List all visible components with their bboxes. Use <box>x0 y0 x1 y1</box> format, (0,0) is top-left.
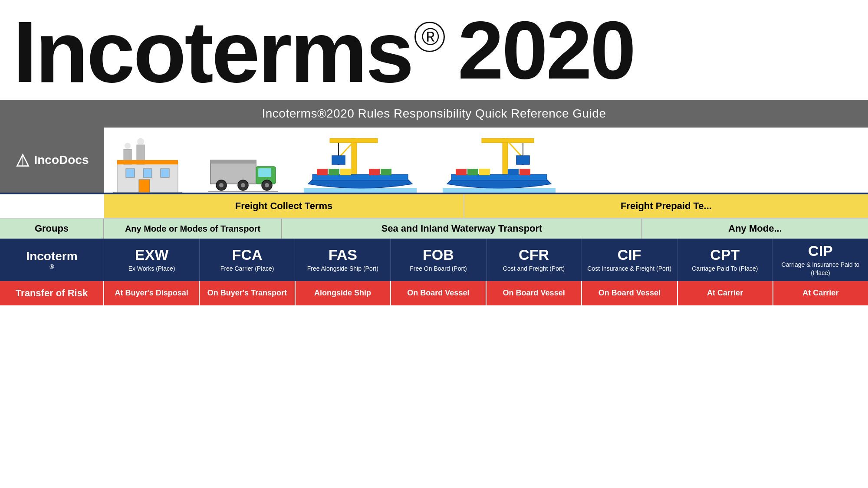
svg-rect-50 <box>519 169 530 175</box>
svg-rect-47 <box>467 169 478 175</box>
risk-label: Transfer of Risk <box>0 281 104 305</box>
incoterm-registered: ® <box>49 263 54 270</box>
svg-rect-36 <box>381 169 391 175</box>
svg-point-20 <box>241 183 245 187</box>
svg-rect-35 <box>369 169 380 175</box>
svg-rect-24 <box>352 138 357 177</box>
incoterm-code-cip: CIP <box>808 243 833 259</box>
svg-rect-29 <box>332 156 345 164</box>
groups-label: Groups <box>0 219 104 239</box>
subtitle-bar: Incoterms®2020 Rules Responsibility Quic… <box>0 100 868 128</box>
groups-row: Groups Any Mode or Modes of Transport Se… <box>0 219 868 239</box>
svg-point-18 <box>219 183 224 187</box>
freight-prepaid-bar: Freight Prepaid Te... <box>464 194 868 218</box>
svg-rect-43 <box>516 156 529 164</box>
risk-col-cpt: At Carrier <box>678 281 773 305</box>
incoterm-desc-exw: Ex Works (Place) <box>128 265 175 272</box>
incoterm-desc-fob: Free On Board (Port) <box>410 265 467 272</box>
incoterm-code-exw: EXW <box>135 247 168 263</box>
incoterm-code-fob: FOB <box>423 247 454 263</box>
incoterm-desc-cpt: Carriage Paid To (Place) <box>692 265 758 272</box>
incoterm-desc-fas: Free Alongside Ship (Port) <box>307 265 378 272</box>
incoterms-title-text: Incoterms <box>13 9 412 95</box>
svg-point-6 <box>137 138 144 145</box>
ship-crane-left-icon <box>304 136 417 193</box>
incoterm-desc-fca: Free Carrier (Place) <box>220 265 274 272</box>
svg-rect-16 <box>258 168 271 177</box>
incoterm-code-cpt: CPT <box>710 247 740 263</box>
logo-text-label: IncoDocs <box>34 153 89 167</box>
incoterm-desc-cif: Cost Insurance & Freight (Port) <box>587 265 671 272</box>
incoterm-col-fca: FCA Free Carrier (Place) <box>200 239 295 281</box>
svg-rect-51 <box>443 188 556 193</box>
incoterm-desc-cip: Carriage & Insurance Paid to (Place) <box>775 261 866 276</box>
truck-icon <box>208 136 278 193</box>
title-section: Incoterms® 2020 <box>0 0 868 100</box>
risk-row: Transfer of Risk At Buyer's Disposal On … <box>0 281 868 305</box>
freight-collect-bar: Freight Collect Terms <box>104 194 464 218</box>
svg-rect-13 <box>210 160 256 184</box>
incoterm-col-cfr: CFR Cost and Freight (Port) <box>487 239 582 281</box>
registered-mark: ® <box>414 22 445 52</box>
ship-crane-right-icon <box>443 136 556 193</box>
incoterm-col-cif: CIF Cost Insurance & Freight (Port) <box>582 239 677 281</box>
incoterm-code-fas: FAS <box>329 247 357 263</box>
incoterm-col-exw: EXW Ex Works (Place) <box>104 239 200 281</box>
groups-sea-inland: Sea and Inland Waterway Transport <box>282 219 642 239</box>
incoterm-label-text: Incoterm <box>26 249 77 263</box>
svg-point-22 <box>265 183 269 187</box>
svg-rect-10 <box>139 180 150 193</box>
svg-rect-33 <box>329 169 339 175</box>
svg-rect-11 <box>117 160 178 164</box>
svg-point-5 <box>125 143 131 149</box>
svg-rect-38 <box>503 138 508 177</box>
risk-col-exw: At Buyer's Disposal <box>104 281 200 305</box>
illustration-area <box>104 128 868 193</box>
svg-rect-37 <box>304 188 417 193</box>
svg-rect-14 <box>210 160 256 164</box>
incoterm-col-fas: FAS Free Alongside Ship (Port) <box>295 239 391 281</box>
incoterm-desc-cfr: Cost and Freight (Port) <box>503 265 565 272</box>
svg-rect-31 <box>312 174 408 180</box>
risk-col-cfr: On Board Vessel <box>487 281 582 305</box>
groups-any-mode-right: Any Mode... <box>642 219 868 239</box>
incoterm-code-cfr: CFR <box>519 247 549 263</box>
svg-rect-49 <box>508 169 519 175</box>
incoterm-col-cpt: CPT Carriage Paid To (Place) <box>677 239 773 281</box>
incoterm-label: Incoterm® <box>0 239 104 281</box>
groups-any-mode-left: Any Mode or Modes of Transport <box>104 219 282 239</box>
svg-rect-46 <box>456 169 467 175</box>
svg-rect-32 <box>317 169 328 175</box>
risk-col-fca: On Buyer's Transport <box>200 281 295 305</box>
risk-col-cip: At Carrier <box>773 281 868 305</box>
incoterm-code-cif: CIF <box>618 247 641 263</box>
incoterm-row: Incoterm® EXW Ex Works (Place) FCA Free … <box>0 239 868 281</box>
freight-spacer <box>0 194 104 218</box>
svg-rect-9 <box>161 169 169 177</box>
incoterm-col-fob: FOB Free On Board (Port) <box>391 239 486 281</box>
svg-rect-7 <box>126 169 135 177</box>
risk-col-fob: On Board Vessel <box>391 281 487 305</box>
svg-rect-34 <box>340 169 351 175</box>
main-title: Incoterms® 2020 <box>13 9 855 95</box>
incodocs-icon <box>15 153 30 168</box>
risk-col-cif: On Board Vessel <box>582 281 677 305</box>
incoterm-code-fca: FCA <box>232 247 263 263</box>
logo-illustration-row: IncoDocs <box>0 128 868 194</box>
factory-icon <box>113 136 182 193</box>
year-title-text: 2020 <box>458 9 635 91</box>
svg-rect-48 <box>479 169 490 175</box>
freight-bars-row: Freight Collect Terms Freight Prepaid Te… <box>0 194 868 219</box>
svg-rect-45 <box>451 174 547 180</box>
subtitle-text: Incoterms®2020 Rules Responsibility Quic… <box>262 107 606 120</box>
logo: IncoDocs <box>15 153 89 168</box>
svg-rect-8 <box>143 169 152 177</box>
logo-box: IncoDocs <box>0 128 104 193</box>
risk-col-fas: Alongside Ship <box>296 281 391 305</box>
incoterm-col-cip: CIP Carriage & Insurance Paid to (Place) <box>773 239 868 281</box>
